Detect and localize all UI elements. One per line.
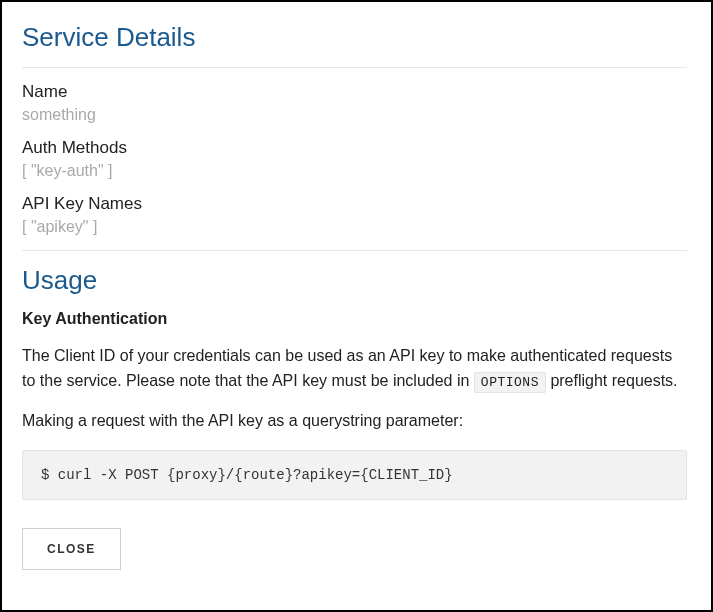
field-name-value: something: [22, 106, 687, 124]
field-auth-methods: Auth Methods [ "key-auth" ]: [22, 138, 687, 180]
dialog-content[interactable]: Service Details Name something Auth Meth…: [2, 2, 711, 610]
field-api-key-names-label: API Key Names: [22, 194, 687, 214]
field-auth-methods-value: [ "key-auth" ]: [22, 162, 687, 180]
spacer: [22, 570, 687, 610]
code-example: $ curl -X POST {proxy}/{route}?apikey={C…: [22, 450, 687, 500]
usage-subtitle: Key Authentication: [22, 310, 687, 328]
field-api-key-names-value: [ "apikey" ]: [22, 218, 687, 236]
field-name-label: Name: [22, 82, 687, 102]
divider: [22, 250, 687, 251]
field-api-key-names: API Key Names [ "apikey" ]: [22, 194, 687, 236]
field-name: Name something: [22, 82, 687, 124]
usage-body: The Client ID of your credentials can be…: [22, 344, 687, 394]
field-auth-methods-label: Auth Methods: [22, 138, 687, 158]
usage-heading: Usage: [22, 265, 687, 296]
service-details-heading: Service Details: [22, 22, 687, 53]
close-button[interactable]: CLOSE: [22, 528, 121, 570]
usage-body-after: preflight requests.: [546, 372, 678, 389]
usage-note: Making a request with the API key as a q…: [22, 412, 687, 430]
divider: [22, 67, 687, 68]
options-code: OPTIONS: [474, 372, 546, 393]
